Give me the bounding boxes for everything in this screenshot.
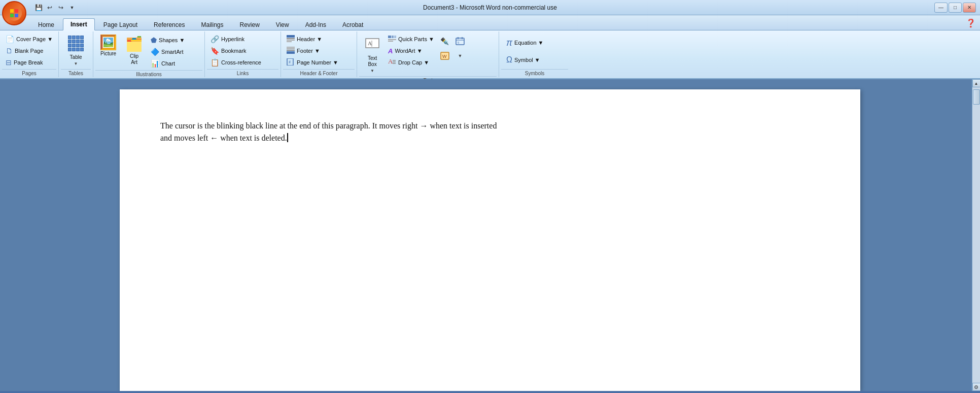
cover-page-icon: 📄 bbox=[6, 36, 14, 43]
quick-parts-icon bbox=[388, 35, 396, 43]
text-icon-row1: ✒️ 5 bbox=[438, 35, 467, 48]
title-bar: 💾 ↩ ↪ ▼ Document3 - Microsoft Word non-c… bbox=[0, 0, 980, 15]
clip-art-label: Clip Art bbox=[130, 53, 138, 66]
text-box-icon: A bbox=[365, 36, 380, 54]
page-break-button[interactable]: ⊟ Page Break bbox=[3, 57, 55, 68]
tab-page-layout[interactable]: Page Layout bbox=[96, 19, 145, 30]
header-label: Header ▼ bbox=[297, 36, 322, 42]
links-group-content: 🔗 Hyperlink 🔖 Bookmark 📋 Cross-reference bbox=[207, 32, 278, 69]
ribbon-group-pages: 📄 Cover Page ▼ 🗋 Blank Page ⊟ Page Break… bbox=[0, 31, 59, 77]
table-button[interactable]: Table ▼ bbox=[65, 34, 87, 68]
symbols-buttons: π Equation ▼ Ω Symbol ▼ bbox=[502, 34, 547, 68]
minimize-button[interactable]: — bbox=[934, 3, 948, 13]
equation-button[interactable]: π Equation ▼ bbox=[502, 34, 547, 52]
svg-rect-8 bbox=[287, 47, 295, 48]
maximize-button[interactable]: □ bbox=[949, 3, 962, 13]
tab-view[interactable]: View bbox=[268, 19, 297, 30]
help-button[interactable]: ❓ bbox=[966, 18, 980, 30]
blank-page-button[interactable]: 🗋 Blank Page bbox=[3, 45, 55, 56]
text-icon-row2: W ▼ bbox=[438, 49, 467, 62]
scroll-up-arrow[interactable]: ▲ bbox=[972, 79, 981, 87]
tab-home[interactable]: Home bbox=[30, 19, 62, 30]
picture-button[interactable]: 🖼️ Picture bbox=[96, 34, 120, 59]
close-button[interactable]: ✕ bbox=[963, 3, 976, 13]
tab-insert[interactable]: Insert bbox=[63, 18, 95, 30]
bookmark-icon: 🔖 bbox=[211, 47, 219, 54]
save-quick-btn[interactable]: 💾 bbox=[33, 3, 44, 13]
scroll-settings-icon[interactable]: ⚙ bbox=[972, 383, 981, 391]
hyperlink-label: Hyperlink bbox=[221, 36, 244, 42]
svg-rect-9 bbox=[287, 48, 295, 49]
header-icon bbox=[287, 35, 295, 43]
svg-rect-21 bbox=[388, 41, 393, 42]
document-area: ▲ ⚙ The cursor is the blinking black lin… bbox=[0, 79, 980, 391]
svg-rect-5 bbox=[287, 38, 295, 39]
symbols-group-label: Symbols bbox=[501, 69, 568, 77]
symbols-group-content: π Equation ▼ Ω Symbol ▼ bbox=[501, 32, 568, 69]
tab-addins[interactable]: Add-Ins bbox=[298, 19, 334, 30]
chart-icon: 📊 bbox=[151, 60, 159, 67]
pages-group-label: Pages bbox=[2, 69, 56, 77]
chart-button[interactable]: 📊 Chart bbox=[148, 58, 187, 69]
page-number-label: Page Number ▼ bbox=[297, 59, 338, 66]
cover-page-button[interactable]: 📄 Cover Page ▼ bbox=[3, 34, 55, 45]
picture-icon: 🖼️ bbox=[99, 36, 117, 50]
tab-references[interactable]: References bbox=[146, 19, 192, 30]
text-box-button[interactable]: A TextBox ▼ bbox=[360, 34, 384, 75]
page-number-icon: # bbox=[287, 58, 295, 67]
datetime-button[interactable]: 5 bbox=[453, 35, 467, 48]
footer-button[interactable]: Footer ▼ bbox=[284, 45, 341, 56]
ribbon-group-links: 🔗 Hyperlink 🔖 Bookmark 📋 Cross-reference… bbox=[205, 31, 281, 77]
drop-cap-button[interactable]: A Drop Cap ▼ bbox=[386, 57, 437, 68]
symbol-label: Symbol ▼ bbox=[514, 57, 540, 63]
svg-text:A: A bbox=[368, 40, 372, 46]
quick-parts-label: Quick Parts ▼ bbox=[398, 36, 434, 42]
tables-group-label: Tables bbox=[61, 69, 91, 77]
scrollbar-right[interactable]: ▲ ⚙ bbox=[972, 79, 980, 391]
svg-rect-1 bbox=[15, 9, 18, 13]
cross-reference-icon: 📋 bbox=[211, 59, 219, 66]
undo-quick-btn[interactable]: ↩ bbox=[45, 3, 55, 13]
scroll-thumb[interactable] bbox=[973, 89, 980, 105]
text-box-label: TextBox bbox=[368, 55, 377, 68]
symbol-icon: Ω bbox=[506, 55, 512, 64]
symbol-button[interactable]: Ω Symbol ▼ bbox=[502, 52, 547, 68]
header-footer-group-content: Header ▼ Footer ▼ # Page Number ▼ bbox=[283, 32, 355, 69]
equation-label: Equation ▼ bbox=[514, 40, 543, 46]
svg-rect-7 bbox=[287, 41, 292, 42]
document-content[interactable]: The cursor is the blinking black line at… bbox=[160, 120, 820, 144]
quick-parts-button[interactable]: Quick Parts ▼ bbox=[386, 34, 437, 45]
illus-group-content: 🖼️ Picture 🗂️ Clip Art ⬟ Shapes ▼ 🔷 Smar… bbox=[95, 32, 202, 70]
svg-rect-19 bbox=[394, 36, 396, 38]
svg-rect-18 bbox=[392, 36, 394, 38]
qat-dropdown-btn[interactable]: ▼ bbox=[67, 3, 77, 13]
redo-quick-btn[interactable]: ↪ bbox=[56, 3, 66, 13]
header-button[interactable]: Header ▼ bbox=[284, 34, 341, 45]
shapes-label: Shapes ▼ bbox=[159, 37, 185, 43]
hyperlink-button[interactable]: 🔗 Hyperlink bbox=[208, 34, 264, 45]
tab-mailings[interactable]: Mailings bbox=[193, 19, 231, 30]
page-number-button[interactable]: # Page Number ▼ bbox=[284, 57, 341, 68]
links-buttons: 🔗 Hyperlink 🔖 Bookmark 📋 Cross-reference bbox=[208, 34, 264, 68]
ribbon-tab-bar: Home Insert Page Layout References Maili… bbox=[0, 15, 980, 30]
bookmark-button[interactable]: 🔖 Bookmark bbox=[208, 45, 264, 56]
signature-button[interactable]: ✒️ bbox=[438, 35, 452, 48]
table-dropdown-arrow: ▼ bbox=[74, 61, 78, 66]
wordart-icon: A bbox=[388, 47, 393, 55]
office-button[interactable] bbox=[2, 1, 26, 25]
footer-icon bbox=[287, 47, 295, 55]
svg-text:W: W bbox=[442, 54, 447, 59]
wordart-button[interactable]: A WordArt ▼ bbox=[386, 45, 437, 56]
tab-review[interactable]: Review bbox=[232, 19, 267, 30]
clip-art-button[interactable]: 🗂️ Clip Art bbox=[122, 34, 146, 68]
object-dropdown-button[interactable]: ▼ bbox=[453, 49, 467, 62]
shapes-button[interactable]: ⬟ Shapes ▼ bbox=[148, 35, 187, 46]
svg-rect-11 bbox=[287, 51, 295, 54]
illustrations-group-label: Illustrations bbox=[95, 70, 202, 78]
svg-rect-6 bbox=[287, 40, 295, 41]
object-button[interactable]: W bbox=[438, 49, 452, 62]
cross-reference-button[interactable]: 📋 Cross-reference bbox=[208, 57, 264, 68]
smartart-button[interactable]: 🔷 SmartArt bbox=[148, 46, 187, 57]
ribbon-group-header-footer: Header ▼ Footer ▼ # Page Number ▼ Header… bbox=[281, 31, 357, 77]
tab-acrobat[interactable]: Acrobat bbox=[335, 19, 371, 30]
